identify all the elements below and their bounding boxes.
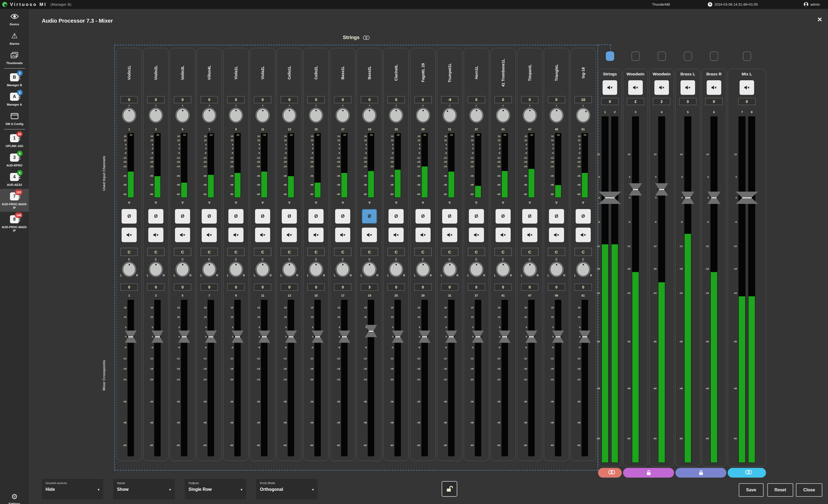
input-gain-value[interactable]: 0 bbox=[468, 96, 485, 103]
output-gain-value[interactable]: 0 bbox=[705, 98, 722, 105]
input-gain-knob[interactable] bbox=[443, 108, 457, 123]
save-button[interactable]: Save bbox=[739, 483, 763, 497]
mute-button[interactable] bbox=[229, 228, 244, 242]
fader-handle[interactable] bbox=[258, 330, 270, 343]
pan-knob[interactable] bbox=[336, 262, 350, 277]
phase-button[interactable]: Ø bbox=[308, 209, 324, 224]
input-gain-knob[interactable] bbox=[282, 108, 296, 123]
fader-handle[interactable] bbox=[445, 330, 457, 343]
mute-button[interactable] bbox=[680, 80, 695, 95]
input-gain-value[interactable]: 10 bbox=[575, 96, 592, 103]
sidebar-item-thumbnails[interactable]: Thumbnails bbox=[0, 48, 29, 67]
mute-button[interactable] bbox=[122, 228, 137, 242]
input-gain-value[interactable]: 0 bbox=[307, 96, 325, 103]
fader-handle[interactable] bbox=[365, 325, 377, 337]
mute-button[interactable] bbox=[496, 228, 511, 242]
mute-button[interactable] bbox=[442, 228, 457, 242]
crosspoint-gain-value[interactable]: 0 bbox=[468, 284, 485, 291]
input-gain-value[interactable]: 0 bbox=[201, 96, 218, 103]
fader-handle[interactable] bbox=[312, 330, 324, 343]
pan-center-button[interactable]: C bbox=[201, 248, 218, 256]
input-gain-value[interactable]: 0 bbox=[387, 96, 405, 103]
pan-center-button[interactable]: C bbox=[227, 248, 245, 256]
stereo-link-pill[interactable] bbox=[728, 468, 766, 477]
phase-button[interactable]: Ø bbox=[148, 209, 163, 224]
crosspoint-gain-value[interactable]: 3 bbox=[361, 284, 378, 291]
input-gain-knob[interactable] bbox=[496, 108, 510, 123]
fader-handle[interactable] bbox=[152, 330, 163, 343]
mute-button[interactable] bbox=[707, 80, 721, 95]
input-gain-value[interactable]: 0 bbox=[334, 96, 351, 103]
crosspoint-gain-value[interactable]: 0 bbox=[414, 284, 432, 291]
phase-button[interactable]: Ø bbox=[415, 209, 430, 224]
pan-knob[interactable] bbox=[229, 262, 243, 277]
collapse-channel-icon[interactable]: ▼ bbox=[518, 201, 542, 205]
input-gain-value[interactable]: 0 bbox=[254, 96, 271, 103]
pan-center-button[interactable]: C bbox=[307, 248, 325, 256]
sidebar-item-manager-b[interactable]: B2Manager B bbox=[0, 70, 29, 89]
crosspoint-gain-value[interactable]: 0 bbox=[227, 284, 245, 291]
crosspoint-gain-value[interactable]: 0 bbox=[281, 284, 298, 291]
pan-center-button[interactable]: C bbox=[441, 248, 458, 256]
pan-center-button[interactable]: C bbox=[548, 248, 565, 256]
output-gain-value[interactable]: 2 bbox=[627, 98, 644, 105]
mute-button[interactable] bbox=[603, 80, 617, 95]
crosspoint-gain-value[interactable]: 0 bbox=[441, 284, 458, 291]
dropdown-knob-mode[interactable]: Knob Mode Orthogonal ▾ bbox=[256, 479, 318, 499]
fader-handle[interactable] bbox=[392, 330, 404, 343]
lock-button[interactable] bbox=[442, 481, 457, 497]
link-lock-pill[interactable] bbox=[675, 468, 727, 477]
sidebar-item-device[interactable]: Device bbox=[0, 9, 29, 28]
sidebar-item-manager-a[interactable]: A2Manager A bbox=[0, 89, 29, 108]
collapse-channel-icon[interactable]: ▼ bbox=[197, 201, 222, 205]
crosspoint-gain-value[interactable]: 0 bbox=[174, 284, 191, 291]
pan-knob[interactable] bbox=[309, 262, 323, 277]
sidebar-device-3[interactable]: 30AUD-RPRO bbox=[0, 150, 29, 170]
pan-center-button[interactable]: C bbox=[254, 248, 271, 256]
fader-handle[interactable] bbox=[285, 330, 297, 343]
phase-button[interactable]: Ø bbox=[388, 209, 404, 224]
collapse-channel-icon[interactable]: ▼ bbox=[491, 201, 515, 205]
input-gain-knob[interactable] bbox=[149, 108, 163, 123]
mute-button[interactable] bbox=[388, 228, 404, 242]
pan-center-button[interactable]: C bbox=[281, 248, 298, 256]
crosspoint-gain-value[interactable]: 0 bbox=[334, 284, 351, 291]
collapse-channel-icon[interactable]: ▼ bbox=[303, 201, 328, 205]
mute-button[interactable] bbox=[576, 228, 591, 242]
crosspoint-gain-value[interactable]: 0 bbox=[121, 284, 138, 291]
output-select-toggle[interactable] bbox=[710, 51, 718, 61]
dropdown-outputs[interactable]: Outputs Single Row ▾ bbox=[185, 479, 246, 499]
dropdown-unused-sources[interactable]: Unused sources Hide ▾ bbox=[42, 479, 103, 499]
input-gain-value[interactable]: 0 bbox=[174, 96, 191, 103]
pan-knob[interactable] bbox=[416, 262, 430, 277]
collapse-channel-icon[interactable]: ▼ bbox=[170, 201, 195, 205]
pan-center-button[interactable]: C bbox=[575, 248, 592, 256]
dropdown-inputs[interactable]: Inputs Show ▾ bbox=[113, 479, 175, 499]
collapse-channel-icon[interactable]: ▼ bbox=[384, 201, 409, 205]
input-gain-value[interactable]: 0 bbox=[414, 96, 432, 103]
mute-button[interactable] bbox=[308, 228, 324, 242]
pan-center-button[interactable]: C bbox=[361, 248, 378, 256]
input-gain-knob[interactable] bbox=[416, 108, 430, 123]
phase-button[interactable]: Ø bbox=[469, 209, 484, 224]
phase-button[interactable]: Ø bbox=[522, 209, 537, 224]
pan-knob[interactable] bbox=[496, 262, 510, 277]
phase-button[interactable]: Ø bbox=[202, 209, 217, 224]
collapse-channel-icon[interactable]: ▼ bbox=[437, 201, 462, 205]
fader-handle[interactable] bbox=[205, 330, 217, 343]
pan-knob[interactable] bbox=[256, 262, 270, 277]
sidebar-device-1[interactable]: 120UPLINK-10G bbox=[0, 131, 29, 150]
fader-handle[interactable] bbox=[552, 330, 564, 343]
phase-button[interactable]: Ø bbox=[549, 209, 564, 224]
crosspoint-gain-value[interactable]: 0 bbox=[575, 284, 592, 291]
phase-button[interactable]: Ø bbox=[335, 209, 350, 224]
phase-button[interactable]: Ø bbox=[255, 209, 270, 224]
crosspoint-gain-value[interactable]: 0 bbox=[494, 284, 512, 291]
pan-knob[interactable] bbox=[175, 262, 190, 277]
mute-button[interactable] bbox=[255, 228, 270, 242]
pan-knob[interactable] bbox=[469, 262, 484, 277]
input-gain-value[interactable]: 0 bbox=[548, 96, 565, 103]
output-gain-value[interactable]: 0 bbox=[601, 98, 619, 105]
mute-button[interactable] bbox=[362, 228, 377, 242]
crosspoint-gain-value[interactable]: 0 bbox=[387, 284, 405, 291]
